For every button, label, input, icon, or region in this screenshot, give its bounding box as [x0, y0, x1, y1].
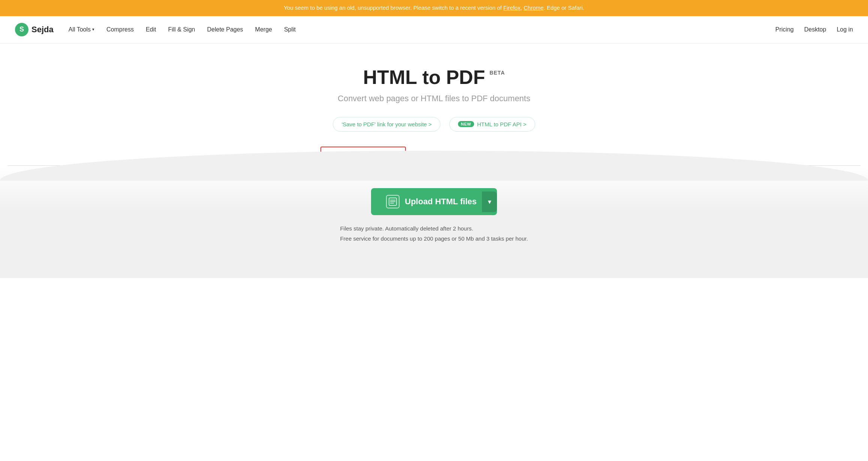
compress-link[interactable]: Compress [106, 26, 134, 33]
edit-link[interactable]: Edit [146, 26, 156, 33]
nav-right: Pricing Desktop Log in [775, 26, 853, 33]
split-link[interactable]: Split [284, 26, 296, 33]
save-to-pdf-link[interactable]: 'Save to PDF' link for your website > [333, 117, 440, 132]
chrome-link[interactable]: Chrome [524, 4, 543, 11]
logo-icon: S [15, 23, 28, 36]
privacy-text: Files stay private. Automatically delete… [340, 223, 528, 244]
banner-text: You seem to be using an old, unsupported… [284, 4, 503, 11]
upload-section: Upload HTML files ▾ Files stay private. … [0, 166, 868, 278]
new-badge: NEW [458, 121, 474, 127]
all-tools-link[interactable]: All Tools ▾ [69, 26, 94, 33]
page-subtitle: Convert web pages or HTML files to PDF d… [7, 94, 861, 103]
nav-links: All Tools ▾ Compress Edit Fill & Sign De… [69, 26, 775, 33]
logo-area[interactable]: S Sejda [15, 23, 54, 36]
browser-warning-banner: You seem to be using an old, unsupported… [0, 0, 868, 16]
desktop-link[interactable]: Desktop [804, 26, 826, 33]
page-title-area: HTML to PDF BETA [7, 66, 861, 88]
main-nav: S Sejda All Tools ▾ Compress Edit Fill &… [0, 16, 868, 43]
firefox-link[interactable]: Firefox [503, 4, 521, 11]
feature-links: 'Save to PDF' link for your website > NE… [7, 117, 861, 132]
upload-button[interactable]: Upload HTML files ▾ [371, 188, 497, 215]
logo-name: Sejda [31, 25, 54, 34]
merge-link[interactable]: Merge [255, 26, 272, 33]
main-content: HTML to PDF BETA Convert web pages or HT… [0, 43, 868, 166]
login-link[interactable]: Log in [837, 26, 853, 33]
page-title: HTML to PDF BETA [363, 66, 505, 88]
fill-sign-link[interactable]: Fill & Sign [168, 26, 195, 33]
delete-pages-link[interactable]: Delete Pages [207, 26, 243, 33]
api-link[interactable]: NEW HTML to PDF API > [449, 117, 535, 132]
upload-icon [386, 195, 400, 208]
pricing-link[interactable]: Pricing [775, 26, 794, 33]
chevron-down-icon: ▾ [92, 27, 94, 32]
beta-badge: BETA [489, 70, 505, 76]
upload-dropdown-caret[interactable]: ▾ [482, 192, 497, 212]
